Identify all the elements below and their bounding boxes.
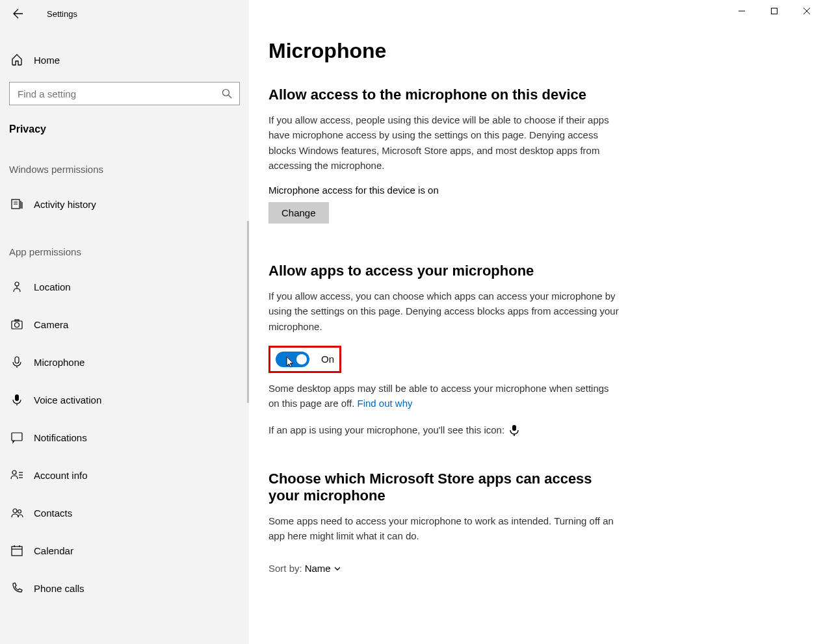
notifications-icon [9, 431, 25, 444]
svg-rect-11 [15, 320, 19, 321]
toggle-highlight: On [268, 346, 341, 373]
svg-point-17 [12, 470, 16, 474]
sidebar-section-app: App permissions [0, 223, 249, 268]
svg-point-0 [223, 90, 229, 96]
minimize-button[interactable] [725, 0, 758, 22]
section3-desc: Some apps need to access your microphone… [268, 513, 620, 544]
search-icon [221, 88, 233, 99]
chevron-down-icon [333, 565, 341, 573]
sidebar-item-contacts[interactable]: Contacts [0, 494, 249, 532]
sort-label: Sort by: [268, 563, 302, 574]
icon-line-text: If an app is using your microphone, you'… [268, 422, 504, 437]
sidebar-section-windows: Windows permissions [0, 140, 249, 185]
sidebar-item-label: Activity history [34, 199, 96, 210]
find-out-why-link[interactable]: Find out why [358, 398, 413, 409]
phone-icon [9, 582, 25, 595]
svg-rect-16 [12, 433, 22, 441]
sidebar-item-calendar[interactable]: Calendar [0, 532, 249, 569]
microphone-icon [9, 355, 25, 368]
voice-activation-icon [9, 393, 25, 406]
svg-rect-34 [512, 425, 516, 431]
section1-desc: If you allow access, people using this d… [268, 112, 620, 173]
toggle-knob [296, 354, 307, 365]
minimize-icon [738, 7, 746, 15]
svg-point-21 [13, 509, 17, 513]
sidebar-item-label: Microphone [34, 357, 85, 368]
maximize-button[interactable] [758, 0, 790, 22]
toggle-state-label: On [321, 354, 334, 365]
svg-line-1 [229, 96, 232, 99]
sidebar-item-label: Camera [34, 319, 68, 330]
maximize-icon [770, 7, 778, 15]
sidebar-item-label: Notifications [34, 432, 87, 443]
change-button[interactable]: Change [268, 202, 329, 224]
section2-title: Allow apps to access your microphone [268, 263, 803, 279]
search-input[interactable] [10, 83, 239, 105]
activity-history-icon [9, 198, 25, 211]
section1-title: Allow access to the microphone on this d… [268, 86, 803, 103]
svg-rect-14 [15, 394, 19, 401]
sidebar-item-label: Account info [34, 470, 88, 481]
main-content: Microphone Allow access to the microphon… [249, 0, 823, 644]
sidebar-item-location[interactable]: Location [0, 268, 249, 305]
icon-line: If an app is using your microphone, you'… [268, 422, 620, 437]
microphone-indicator-icon [510, 424, 519, 436]
titlebar: Settings [0, 0, 249, 27]
svg-rect-31 [772, 8, 777, 14]
sidebar-item-label: Location [34, 281, 71, 292]
sidebar-item-camera[interactable]: Camera [0, 305, 249, 343]
window-controls [725, 0, 823, 22]
apps-access-toggle[interactable] [276, 352, 309, 367]
svg-rect-23 [12, 547, 22, 556]
sidebar-home-label: Home [34, 55, 60, 66]
contacts-icon [9, 506, 25, 519]
sidebar: Settings Home Privacy Windows permission… [0, 0, 249, 644]
sidebar-item-label: Contacts [34, 508, 72, 519]
toggle-row: On [268, 346, 803, 373]
search-wrap [0, 82, 249, 105]
close-button[interactable] [790, 0, 823, 22]
page-title: Microphone [268, 39, 803, 63]
sidebar-item-microphone[interactable]: Microphone [0, 343, 249, 381]
camera-icon [9, 318, 25, 331]
svg-point-10 [15, 323, 20, 328]
sidebar-item-label: Voice activation [34, 394, 101, 406]
sidebar-item-phone-calls[interactable]: Phone calls [0, 569, 249, 607]
sidebar-item-account-info[interactable]: Account info [0, 456, 249, 494]
sidebar-item-label: Calendar [34, 545, 73, 556]
section2-note-text: Some desktop apps may still be able to a… [268, 383, 609, 409]
section2-note: Some desktop apps may still be able to a… [268, 381, 620, 411]
calendar-icon [9, 544, 25, 557]
sidebar-category: Privacy [0, 105, 249, 140]
back-button[interactable] [10, 6, 26, 21]
sidebar-item-label: Phone calls [34, 583, 85, 594]
svg-point-22 [18, 510, 21, 513]
arrow-left-icon [13, 8, 23, 19]
sidebar-home[interactable]: Home [0, 42, 249, 78]
home-icon [9, 53, 25, 66]
section3-title: Choose which Microsoft Store apps can ac… [268, 470, 620, 504]
sidebar-item-notifications[interactable]: Notifications [0, 419, 249, 456]
section2-desc: If you allow access, you can choose whic… [268, 289, 620, 334]
sidebar-item-activity-history[interactable]: Activity history [0, 185, 249, 223]
close-icon [803, 7, 811, 15]
account-info-icon [9, 469, 25, 482]
app-title: Settings [47, 9, 77, 19]
sort-row[interactable]: Sort by: Name [268, 563, 803, 574]
location-icon [9, 280, 25, 293]
search-box[interactable] [9, 82, 240, 105]
svg-point-7 [15, 282, 19, 286]
svg-rect-9 [12, 321, 22, 329]
svg-rect-12 [15, 357, 19, 363]
sort-value: Name [305, 563, 331, 574]
sidebar-item-voice-activation[interactable]: Voice activation [0, 381, 249, 419]
section1-status: Microphone access for this device is on [268, 185, 803, 196]
